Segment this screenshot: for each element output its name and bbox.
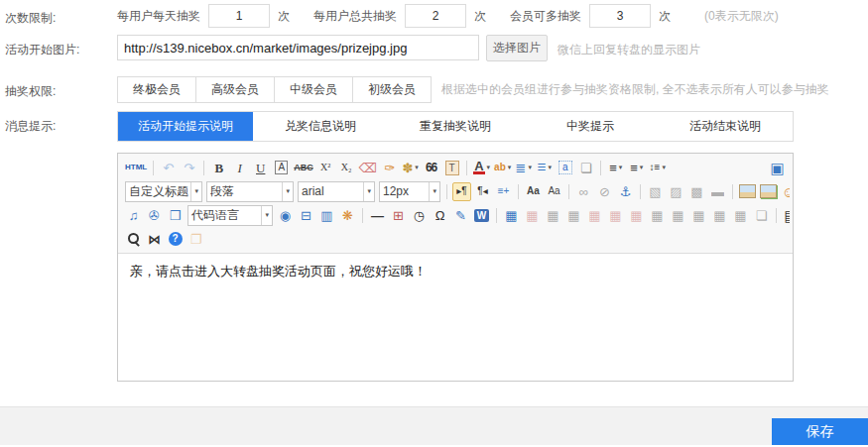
insert-row-icon[interactable]: ▦ xyxy=(627,206,646,225)
member-option-button[interactable]: 终极会员 xyxy=(117,76,196,103)
limits-hint: (0表示无限次) xyxy=(704,8,779,25)
align-middle-icon[interactable]: ≡▾ xyxy=(627,159,646,177)
undo-icon[interactable]: ↶ xyxy=(159,159,178,177)
member-option-button[interactable]: 高级会员 xyxy=(195,76,275,103)
limit-unit-label: 次 xyxy=(278,8,290,25)
image-align-left-icon[interactable]: ▧ xyxy=(646,182,665,201)
anchor-icon[interactable]: ⚓ xyxy=(616,182,635,201)
heading-style-select[interactable]: 自定义标题▾ xyxy=(125,181,202,202)
align-top-icon[interactable]: ≡▾ xyxy=(606,159,625,177)
unordered-list-icon[interactable]: ☰▾ xyxy=(535,159,554,177)
image-placeholder-icon[interactable] xyxy=(738,182,757,201)
permission-label: 抽奖权限: xyxy=(5,83,56,100)
insert-image-icon[interactable] xyxy=(759,182,778,201)
line-height-icon[interactable]: ↕≡▾ xyxy=(648,159,667,177)
table-properties-icon[interactable]: ▦ xyxy=(544,206,562,225)
graph-icon[interactable]: ❋ xyxy=(338,206,357,225)
font-color-icon[interactable]: A▾ xyxy=(472,159,491,177)
bold-icon[interactable]: B xyxy=(209,159,228,177)
merge-cells-icon[interactable]: ▦ xyxy=(669,206,687,225)
lowercase-icon[interactable]: Aa xyxy=(545,182,563,201)
message-tab[interactable]: 兑奖信息说明 xyxy=(253,112,388,141)
member-option-button[interactable]: 初级会员 xyxy=(352,76,432,103)
editor-content[interactable]: 亲，请点击进入大转盘抽奖活动页面，祝您好运哦！ xyxy=(118,254,793,381)
paste-text-icon[interactable]: T xyxy=(442,159,461,177)
split-column-icon[interactable]: ▦ xyxy=(710,206,729,225)
columns-icon[interactable]: ▥ xyxy=(317,206,336,225)
split-row-icon[interactable]: ▦ xyxy=(689,206,708,225)
music-icon[interactable]: ♫ xyxy=(124,206,143,225)
fullscreen-icon[interactable]: ▣ xyxy=(768,159,787,177)
message-tab[interactable]: 活动开始提示说明 xyxy=(118,112,253,141)
link-icon[interactable]: ∞ xyxy=(574,182,593,201)
new-document-icon[interactable]: ❏ xyxy=(576,159,595,177)
toolbar-separator xyxy=(446,184,447,199)
clock-icon[interactable]: ◷ xyxy=(410,206,429,225)
help-icon[interactable]: ? xyxy=(166,230,185,249)
ordered-list-icon[interactable]: ≣▾ xyxy=(514,159,533,177)
horizontal-rule-icon[interactable]: — xyxy=(368,206,387,225)
eraser-icon[interactable]: ⌫ xyxy=(358,159,378,177)
paragraph-add-icon[interactable]: ≡+ xyxy=(494,182,513,201)
limit-input[interactable] xyxy=(405,4,466,28)
delete-table-icon[interactable]: ▦ xyxy=(523,206,542,225)
page-break-icon[interactable]: ⊟ xyxy=(297,206,315,225)
limit-input[interactable] xyxy=(208,4,270,28)
word-import-icon[interactable]: W xyxy=(472,206,491,225)
emoticon-icon[interactable]: ☺ xyxy=(780,182,790,201)
limit-field-label: 每用户总共抽奖 xyxy=(313,8,397,25)
uppercase-icon[interactable]: Aa xyxy=(524,182,543,201)
attachment-icon[interactable]: ✇ xyxy=(145,206,164,225)
member-option-button[interactable]: 中级会员 xyxy=(274,76,353,103)
limits-label: 次数限制: xyxy=(5,10,56,27)
paragraph-select[interactable]: 段落▾ xyxy=(206,181,294,202)
clean-format-icon[interactable]: ✑ xyxy=(380,159,399,177)
calendar-icon[interactable]: ⊞ xyxy=(389,206,408,225)
insert-table-icon[interactable]: ▦ xyxy=(502,206,521,225)
image-url-input[interactable] xyxy=(117,35,479,60)
message-tab[interactable]: 活动结束说明 xyxy=(658,112,793,141)
paste-clipboard-icon[interactable]: ❐ xyxy=(186,230,205,249)
insert-column-icon[interactable]: ▦ xyxy=(648,206,667,225)
save-button[interactable]: 保存 xyxy=(772,418,868,445)
delete-column-icon[interactable]: ▦ xyxy=(606,206,625,225)
html-source-button[interactable]: HTML xyxy=(124,159,148,177)
font-family-select[interactable]: arial▾ xyxy=(298,181,375,202)
choose-image-button[interactable]: 选择图片 xyxy=(486,35,548,61)
char-border-icon[interactable]: A xyxy=(272,159,291,177)
special-char-icon[interactable]: Ω xyxy=(431,206,449,225)
cell-properties-icon[interactable]: ▦ xyxy=(564,206,583,225)
blockquote-icon[interactable]: 66 xyxy=(422,159,440,177)
limit-input[interactable] xyxy=(589,4,651,28)
subscript-icon[interactable]: X₂ xyxy=(337,159,356,177)
underline-icon[interactable]: U xyxy=(251,159,270,177)
image-align-center-icon[interactable]: ▨ xyxy=(667,182,685,201)
italic-icon[interactable]: I xyxy=(230,159,249,177)
clear-cell-icon[interactable]: ❏ xyxy=(752,206,771,225)
find-replace-icon[interactable]: ⋈ xyxy=(145,230,164,249)
superscript-icon[interactable]: X² xyxy=(316,159,335,177)
preview-icon[interactable] xyxy=(124,230,143,249)
signature-icon[interactable]: ✎ xyxy=(451,206,470,225)
image-align-none-icon[interactable]: ▬ xyxy=(708,182,727,201)
font-size-select[interactable]: 12px▾ xyxy=(379,181,440,202)
code-language-select[interactable]: 代码语言▾ xyxy=(187,205,273,226)
print-icon[interactable]: ▤ xyxy=(782,206,790,225)
table-border-icon[interactable]: ▦ xyxy=(731,206,750,225)
limit-unit-label: 次 xyxy=(659,8,671,25)
toolbar-separator xyxy=(568,184,569,199)
inline-code-icon[interactable]: a xyxy=(556,159,574,177)
redo-icon[interactable]: ↷ xyxy=(180,159,198,177)
message-tab[interactable]: 重复抽奖说明 xyxy=(388,112,523,141)
highlight-color-icon[interactable]: ab▾ xyxy=(493,159,512,177)
image-align-right-icon[interactable]: ▩ xyxy=(687,182,706,201)
message-tab[interactable]: 中奖提示 xyxy=(523,112,658,141)
indent-icon[interactable]: ▸¶ xyxy=(452,182,471,201)
unlink-icon[interactable]: ⊘ xyxy=(595,182,614,201)
delete-row-icon[interactable]: ▦ xyxy=(585,206,604,225)
format-painter-icon[interactable]: ✽▾ xyxy=(401,159,420,177)
outdent-icon[interactable]: ¶◂ xyxy=(473,182,492,201)
strikethrough-icon[interactable]: ABC xyxy=(293,159,314,177)
insert-file-icon[interactable]: ❒ xyxy=(166,206,185,225)
insert-code-icon[interactable]: ◉ xyxy=(276,206,295,225)
